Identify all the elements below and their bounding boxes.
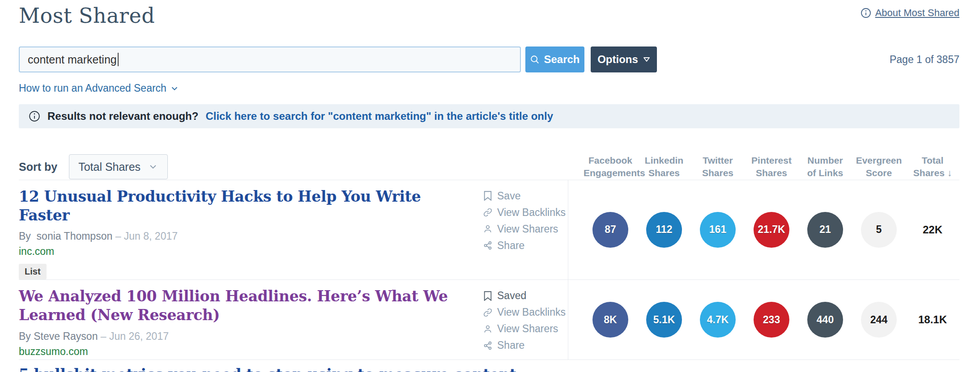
twitter-shares-value: 161 bbox=[700, 212, 736, 248]
advanced-search-link[interactable]: How to run an Advanced Search bbox=[19, 82, 179, 94]
search-icon bbox=[530, 55, 540, 64]
author: By sonia Thompson bbox=[19, 230, 112, 242]
author: By Steve Rayson bbox=[19, 330, 98, 342]
number-of-links-value: 21 bbox=[807, 212, 843, 248]
facebook-engagements-value: 8K bbox=[592, 302, 628, 338]
person-icon bbox=[483, 325, 492, 334]
column-header-linkedin: LinkedinShares bbox=[637, 154, 691, 180]
evergreen-score-value: 244 bbox=[861, 302, 897, 338]
chain-link-icon bbox=[483, 208, 492, 217]
view-sharers-button[interactable]: View Sharers bbox=[483, 223, 568, 235]
article-actions: Saved View Backlinks View Sharers bbox=[466, 280, 568, 359]
chain-link-icon bbox=[483, 308, 492, 317]
sort-descending-icon: ↓ bbox=[947, 168, 952, 178]
triangle-down-icon bbox=[643, 56, 650, 63]
view-sharers-button[interactable]: View Sharers bbox=[483, 323, 568, 335]
domain-link[interactable]: inc.com bbox=[19, 245, 54, 258]
column-header-facebook: FacebookEngagements bbox=[584, 154, 637, 180]
sort-dropdown-value: Total Shares bbox=[78, 161, 141, 173]
column-header-total-shares[interactable]: Total Shares ↓ bbox=[906, 154, 959, 180]
publish-date: – Jun 8, 2017 bbox=[115, 230, 178, 242]
share-button[interactable]: Share bbox=[483, 339, 568, 351]
article-title-link[interactable]: 5 bullshit metrics you need to stop usin… bbox=[19, 365, 959, 372]
pinterest-shares-value: 21.7K bbox=[754, 212, 789, 248]
column-header-twitter: TwitterShares bbox=[691, 154, 745, 180]
about-link[interactable]: About Most Shared bbox=[861, 7, 959, 19]
evergreen-score-value: 5 bbox=[861, 212, 897, 248]
total-shares-value: 18.1K bbox=[918, 313, 947, 326]
options-button[interactable]: Options bbox=[591, 46, 657, 72]
twitter-shares-value: 4.7K bbox=[700, 302, 736, 338]
search-input[interactable]: content marketing bbox=[19, 46, 521, 72]
page-title: Most Shared bbox=[19, 4, 155, 28]
search-term-highlight: content bbox=[454, 366, 516, 372]
chevron-down-icon bbox=[170, 84, 179, 93]
results-header: Sort by Total Shares FacebookEngagements… bbox=[19, 154, 959, 180]
info-icon bbox=[29, 110, 40, 122]
article-row: We Analyzed 100 Million Headlines. Here’… bbox=[19, 279, 959, 359]
info-icon bbox=[861, 8, 871, 18]
options-button-label: Options bbox=[597, 53, 638, 66]
sort-by-label: Sort by bbox=[19, 161, 57, 173]
linkedin-shares-value: 5.1K bbox=[646, 302, 682, 338]
column-header-links: Numberof Links bbox=[798, 154, 852, 180]
article-metrics: 87 112 161 21.7K 21 5 22K bbox=[568, 180, 959, 279]
publish-date: – Jun 26, 2017 bbox=[101, 330, 169, 342]
bookmark-icon bbox=[483, 191, 492, 201]
person-icon bbox=[483, 224, 492, 233]
page-indicator: Page 1 of 3857 bbox=[890, 54, 959, 66]
banner-title-search-link[interactable]: Click here to search for "content market… bbox=[205, 110, 553, 123]
search-button-label: Search bbox=[544, 53, 579, 66]
article-actions: Save View Backlinks View Sharers bbox=[466, 180, 568, 279]
topbar: Most Shared About Most Shared bbox=[19, 0, 959, 28]
save-button[interactable]: Saved bbox=[483, 290, 568, 302]
relevance-banner: Results not relevant enough? Click here … bbox=[19, 104, 959, 128]
total-shares-value: 22K bbox=[923, 224, 942, 236]
most-shared-page: Most Shared About Most Shared content ma… bbox=[0, 0, 980, 372]
article-row: 5 bullshit metrics you need to stop usin… bbox=[19, 359, 959, 372]
search-button[interactable]: Search bbox=[525, 46, 584, 72]
view-backlinks-button[interactable]: View Backlinks bbox=[483, 306, 568, 318]
save-button[interactable]: Save bbox=[483, 190, 568, 202]
article-title-link[interactable]: 12 Unusual Productivity Hacks to Help Yo… bbox=[19, 187, 466, 225]
share-button[interactable]: Share bbox=[483, 240, 568, 252]
text-caret bbox=[118, 53, 119, 66]
linkedin-shares-value: 112 bbox=[646, 212, 682, 248]
view-backlinks-button[interactable]: View Backlinks bbox=[483, 207, 568, 219]
byline: By Steve Rayson – Jun 26, 2017 bbox=[19, 330, 466, 342]
content-type-badge: List bbox=[19, 264, 47, 279]
search-row: content marketing Search Options Page bbox=[19, 46, 959, 72]
number-of-links-value: 440 bbox=[807, 302, 843, 338]
column-header-pinterest: PinterestShares bbox=[745, 154, 798, 180]
search-input-value: content marketing bbox=[28, 53, 117, 66]
chevron-down-icon bbox=[148, 161, 158, 172]
advanced-search-label: How to run an Advanced Search bbox=[19, 82, 166, 94]
banner-text: Results not relevant enough? bbox=[47, 110, 198, 123]
share-nodes-icon bbox=[483, 241, 492, 250]
byline: By sonia Thompson – Jun 8, 2017 bbox=[19, 230, 466, 242]
facebook-engagements-value: 87 bbox=[592, 212, 628, 248]
domain-link[interactable]: buzzsumo.com bbox=[19, 346, 88, 358]
article-metrics: 8K 5.1K 4.7K 233 440 244 18.1K bbox=[568, 280, 959, 359]
bookmark-icon bbox=[483, 291, 492, 301]
column-header-evergreen: EvergreenScore bbox=[852, 154, 906, 180]
pinterest-shares-value: 233 bbox=[754, 302, 789, 338]
article-row: 12 Unusual Productivity Hacks to Help Yo… bbox=[19, 180, 959, 279]
sort-dropdown[interactable]: Total Shares bbox=[69, 154, 168, 179]
article-title-link[interactable]: We Analyzed 100 Million Headlines. Here’… bbox=[19, 287, 466, 325]
about-link-label: About Most Shared bbox=[875, 7, 959, 19]
share-nodes-icon bbox=[483, 341, 492, 350]
